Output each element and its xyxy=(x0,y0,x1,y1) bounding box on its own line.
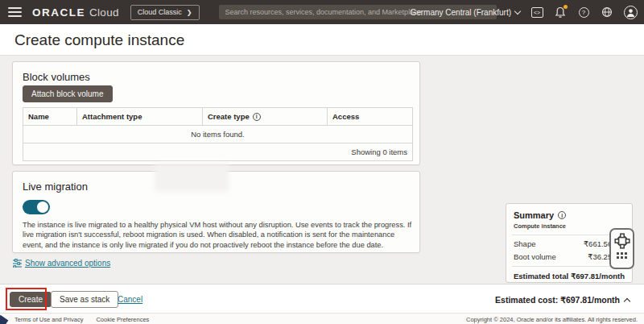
user-profile-avatar[interactable] xyxy=(624,6,638,19)
hub-circle-icon xyxy=(614,233,630,249)
header-right-controls: Germany Central (Frankfurt) <> ? xyxy=(410,0,638,24)
chevron-down-icon xyxy=(514,7,521,14)
block-volumes-card: Block volumes Attach block volume Name A… xyxy=(12,61,420,165)
region-selector[interactable]: Germany Central (Frankfurt) xyxy=(410,8,520,17)
content-area: Block volumes Attach block volume Name A… xyxy=(0,55,644,284)
advanced-options-label[interactable]: Show advanced options xyxy=(25,259,110,268)
estimated-cost-label: Estimated cost: ₹697.81/month xyxy=(495,295,620,305)
page-title-bar: Create compute instance xyxy=(0,24,644,55)
notifications-bell-icon[interactable] xyxy=(554,6,567,19)
column-header-access[interactable]: Access xyxy=(328,108,413,126)
brand-oracle: ORACLE xyxy=(32,6,85,19)
page-title: Create compute instance xyxy=(14,31,184,49)
summary-total-row: Estimated total ₹697.81/month xyxy=(514,272,625,280)
attach-block-volume-button[interactable]: Attach block volume xyxy=(23,85,113,102)
top-navigation-bar: ORACLE Cloud Cloud Classic ❯ Germany Cen… xyxy=(0,0,644,24)
estimated-cost-toggle[interactable]: Estimated cost: ₹697.81/month xyxy=(495,295,630,305)
hamburger-menu-icon[interactable] xyxy=(8,7,22,17)
summary-subtitle: Compute instance xyxy=(514,222,625,230)
help-icon[interactable]: ? xyxy=(577,6,590,19)
cloud-classic-label: Cloud Classic xyxy=(138,8,182,16)
table-empty-row: No items found. xyxy=(23,126,413,143)
empty-message: No items found. xyxy=(23,126,413,143)
chevron-right-icon: ❯ xyxy=(187,9,192,16)
notification-dot xyxy=(564,5,568,9)
oracle-cloud-create-instance-page: ORACLE Cloud Cloud Classic ❯ Germany Cen… xyxy=(0,0,644,324)
cookie-preferences-link[interactable]: Cookie Preferences xyxy=(96,316,149,323)
showing-items-count: Showing 0 items xyxy=(23,143,413,161)
copyright-text: Copyright © 2024, Oracle and/or its affi… xyxy=(466,316,638,323)
brand-cloud: Cloud xyxy=(89,6,119,19)
column-header-name[interactable]: Name xyxy=(23,108,77,126)
sliders-icon xyxy=(13,259,22,268)
cloud-shell-icon[interactable]: <> xyxy=(530,6,543,19)
region-label: Germany Central (Frankfurt) xyxy=(410,8,511,17)
shape-label: Shape xyxy=(514,239,535,248)
terms-link[interactable]: Terms of Use and Privacy xyxy=(14,316,83,323)
annotation-highlight-box xyxy=(6,288,47,310)
blurred-region xyxy=(155,164,229,192)
column-header-create-type[interactable]: Create type i xyxy=(203,108,328,126)
summary-row-boot-volume: Boot volume ₹36.25/mo xyxy=(514,252,625,261)
table-header-row: Name Attachment type Create type i Acces… xyxy=(23,108,413,126)
table-count-row: Showing 0 items xyxy=(23,143,413,161)
advanced-options-link[interactable]: Show advanced options xyxy=(13,259,110,268)
cancel-link[interactable]: Cancel xyxy=(118,295,142,304)
divider xyxy=(512,266,626,267)
page-footer: Terms of Use and Privacy Cookie Preferen… xyxy=(0,313,644,324)
bottom-action-bar: Create Save as stack Cancel Estimated co… xyxy=(0,284,644,313)
column-header-attachment-type[interactable]: Attachment type xyxy=(77,108,203,126)
estimated-total-value: ₹697.81/month xyxy=(571,272,625,280)
floating-tool-widget[interactable] xyxy=(609,228,634,269)
block-volumes-title: Block volumes xyxy=(23,71,90,83)
oracle-cloud-logo[interactable]: ORACLE Cloud xyxy=(32,6,119,19)
summary-row-shape: Shape ₹661.56/mo xyxy=(514,239,625,248)
toggle-knob xyxy=(37,201,48,213)
boot-volume-label: Boot volume xyxy=(514,252,556,261)
live-migration-title: Live migration xyxy=(23,181,88,193)
summary-info-icon[interactable]: i xyxy=(558,211,566,219)
live-migration-toggle[interactable] xyxy=(23,200,50,214)
chevron-up-icon xyxy=(624,297,630,304)
drag-handle-dots[interactable] xyxy=(617,252,627,259)
language-globe-icon[interactable] xyxy=(601,6,613,19)
live-migration-description: The instance is live migrated to a healt… xyxy=(23,220,412,250)
cloud-classic-button[interactable]: Cloud Classic ❯ xyxy=(130,5,200,20)
summary-title: Summary xyxy=(514,210,554,220)
block-volumes-table: Name Attachment type Create type i Acces… xyxy=(23,107,413,161)
save-as-stack-button[interactable]: Save as stack xyxy=(51,291,118,308)
info-icon[interactable]: i xyxy=(253,113,261,121)
estimated-total-label: Estimated total xyxy=(514,272,568,280)
